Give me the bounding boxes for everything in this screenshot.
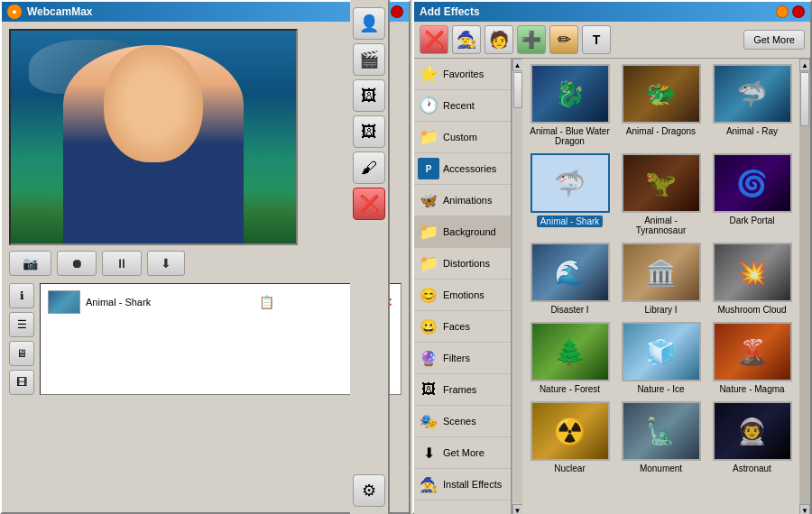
effect-dragons[interactable]: Animal - Dragons <box>619 64 703 146</box>
controls-row: 📷 ⏺ ⏸ ⬇ <box>2 251 409 276</box>
user-sidebar-btn[interactable]: 👤 <box>353 7 385 40</box>
download-button[interactable]: ⬇ <box>147 251 185 276</box>
accessories-icon: P <box>418 158 439 179</box>
effect-tyrannosaur[interactable]: Animal - Tyrannosaur <box>619 153 703 235</box>
brush-sidebar-btn[interactable]: 🖌 <box>353 151 385 184</box>
cat-get-more-label: Get More <box>443 447 484 458</box>
effect-label-ice: Nature - Ice <box>637 384 684 394</box>
screen-sidebar-btn[interactable]: 🖼 <box>353 79 385 112</box>
cat-filters[interactable]: 🔮 Filters <box>414 343 511 374</box>
effect-label-tyrannosaur: Animal - Tyrannosaur <box>621 216 702 235</box>
cat-scroll-thumb[interactable] <box>513 72 522 108</box>
close-button[interactable] <box>391 5 403 18</box>
edit-effect-btn[interactable]: ✏ <box>549 25 578 54</box>
cat-scenes-label: Scenes <box>443 416 476 427</box>
main-titlebar: ● WebcamMax <box>2 2 409 22</box>
video-sidebar-btn[interactable]: 🎬 <box>353 43 385 76</box>
monitor-icon[interactable]: 🖥 <box>9 341 34 366</box>
effect-monument[interactable]: Monument <box>619 401 703 473</box>
cat-get-more[interactable]: ⬇ Get More <box>414 437 511 469</box>
effects-scroll-down[interactable]: ▼ <box>799 504 810 514</box>
effect-label-dark-portal: Dark Portal <box>729 216 774 225</box>
remove-effect-btn[interactable]: ❌ <box>420 25 448 54</box>
cat-emotions-label: Emotions <box>443 289 484 300</box>
film-icon[interactable]: 🎞 <box>9 370 34 395</box>
effect-nuclear[interactable]: Nuclear <box>528 401 612 473</box>
cat-accessories[interactable]: P Accessories <box>414 153 511 185</box>
capture-button[interactable]: 📷 <box>9 251 51 276</box>
applied-effect-item[interactable]: Animal - Shark 📋 ✕ <box>44 288 397 317</box>
effect-astronaut[interactable]: Astronaut <box>710 401 794 473</box>
picture-sidebar-btn[interactable]: 🖼 <box>353 115 385 148</box>
get-more-cat-icon: ⬇ <box>418 442 439 464</box>
effect-label-shark: Animal - Shark <box>537 216 604 227</box>
effect-label-forest: Nature - Forest <box>540 384 600 394</box>
pause-button[interactable]: ⏸ <box>102 251 142 276</box>
effects-scroll-thumb[interactable] <box>800 72 809 126</box>
cat-background[interactable]: 📁 Background <box>414 216 511 248</box>
cat-scroll-up[interactable]: ▲ <box>512 59 523 71</box>
effect-img-ice <box>622 322 701 381</box>
effect-disaster-1[interactable]: Disaster I <box>528 243 612 315</box>
cat-scroll-down[interactable]: ▼ <box>512 504 523 514</box>
cat-animations-label: Animations <box>443 195 492 206</box>
cat-faces[interactable]: 😀 Faces <box>414 311 511 343</box>
record-button[interactable]: ⏺ <box>57 251 97 276</box>
cat-frames-label: Frames <box>443 384 476 395</box>
effect-img-monument <box>622 401 701 461</box>
cat-recent[interactable]: 🕐 Recent <box>414 90 511 122</box>
wizard-btn[interactable]: 🧙 <box>452 25 481 54</box>
effect-img-forest <box>531 322 610 381</box>
cat-favorites[interactable]: ⭐ Favorites <box>414 59 511 90</box>
effect-img-dark-portal <box>713 153 792 213</box>
effects-minimize-button[interactable] <box>776 5 789 18</box>
effect-nature-ice[interactable]: Nature - Ice <box>619 322 703 394</box>
effects-scroll-up[interactable]: ▲ <box>799 59 810 71</box>
effect-img-magma <box>713 322 792 381</box>
recent-icon: 🕐 <box>418 95 439 116</box>
add-effect-btn[interactable]: ➕ <box>517 25 546 54</box>
main-window: ● WebcamMax 📷 ⏺ ⏸ ⬇ ℹ ☰ 🖥 🎞 <box>0 0 411 514</box>
cat-frames[interactable]: 🖼 Frames <box>414 374 511 406</box>
cat-install-label: Install Effects <box>443 479 502 490</box>
effect-nature-forest[interactable]: Nature - Forest <box>528 322 612 394</box>
effect-img-astronaut <box>713 401 792 461</box>
cat-animations[interactable]: 🦋 Animations <box>414 185 511 216</box>
effect-img-dragons <box>622 64 701 124</box>
custom-icon: 📁 <box>418 126 439 148</box>
remove-sidebar-btn[interactable]: ❌ <box>353 188 385 220</box>
get-more-button[interactable]: Get More <box>743 30 805 50</box>
effects-scroll-track <box>799 71 810 504</box>
cat-filters-label: Filters <box>443 353 470 363</box>
effect-nature-magma[interactable]: Nature - Magma <box>710 322 794 394</box>
text-effect-btn[interactable]: T <box>582 25 611 54</box>
applied-effect-name: Animal - Shark <box>86 297 151 307</box>
cat-install-effects[interactable]: 🧙 Install Effects <box>414 469 511 500</box>
effect-img-ray <box>713 64 792 124</box>
cat-emotions[interactable]: 😊 Emotions <box>414 280 511 311</box>
effect-img-nuclear <box>531 401 610 461</box>
effect-ray[interactable]: Animal - Ray <box>710 64 794 146</box>
cat-scroll-track <box>513 72 522 503</box>
cat-scenes[interactable]: 🎭 Scenes <box>414 406 511 437</box>
info-icon[interactable]: ℹ <box>9 283 34 308</box>
person-effect-btn[interactable]: 🧑 <box>484 25 513 54</box>
copy-button[interactable]: 📋 <box>259 295 274 309</box>
effect-shark[interactable]: Animal - Shark <box>528 153 612 235</box>
cat-distortions[interactable]: 📁 Distortions <box>414 248 511 280</box>
effect-library-1[interactable]: Library I <box>619 243 703 315</box>
effects-close-button[interactable] <box>792 5 805 18</box>
settings-sidebar-btn[interactable]: ⚙ <box>353 474 385 507</box>
cat-favorites-label: Favorites <box>443 69 484 79</box>
effects-scrollbar: ▲ ▼ <box>799 59 810 514</box>
list-icon[interactable]: ☰ <box>9 312 34 337</box>
effect-label-astronaut: Astronaut <box>733 464 771 473</box>
effect-img-shark <box>531 153 610 213</box>
effect-blue-water-dragon[interactable]: Animal - Blue Water Dragon <box>528 64 612 146</box>
effects-titlebar: Add Effects <box>414 2 810 22</box>
cat-custom[interactable]: 📁 Custom <box>414 122 511 153</box>
cat-faces-label: Faces <box>443 321 470 332</box>
effect-mushroom-cloud[interactable]: Mushroom Cloud <box>710 243 794 315</box>
effect-dark-portal[interactable]: Dark Portal <box>710 153 794 235</box>
effect-img-disaster <box>531 243 610 302</box>
